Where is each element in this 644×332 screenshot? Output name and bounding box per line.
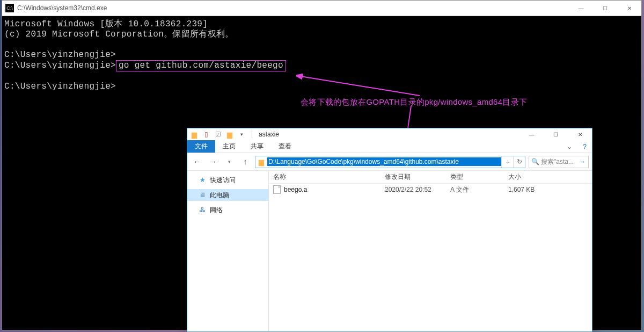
recent-dropdown[interactable]: ▾ [223,159,236,164]
ribbon-expand-icon[interactable]: ⌄ [561,140,577,153]
cmd-title: C:\Windows\system32\cmd.exe [17,4,569,12]
close-button[interactable]: ✕ [568,128,592,140]
address-dropdown-icon[interactable]: ⌄ [501,156,513,168]
file-icon [273,185,281,194]
sidebar-label: 网络 [210,206,223,215]
maximize-button[interactable]: ☐ [544,128,568,140]
minimize-button[interactable]: — [519,128,544,140]
ribbon-file-tab[interactable]: 文件 [187,140,215,153]
cmd-output-line: Microsoft Windows [版本 10.0.18362.239] [4,19,639,30]
close-button[interactable]: ✕ [617,1,641,16]
cmd-prompt: C:\Users\yinzhengjie> [4,50,639,60]
file-date: 2020/2/22 20:52 [380,186,446,193]
cmd-command-line: C:\Users\yinzhengjie>go get github.com/a… [4,60,639,71]
search-placeholder: 搜索"asta... [541,157,576,167]
cmd-icon: C:\ [5,4,14,12]
folder-icon: ▆ [225,131,235,139]
file-row[interactable]: beego.a 2020/2/22 20:52 A 文件 1,607 KB [269,184,592,196]
search-go-icon[interactable]: → [576,158,588,165]
explorer-body: ★ 快速访问 🖥 此电脑 🖧 网络 名称 修改日期 类型 大小 [187,170,592,331]
sidebar-network[interactable]: 🖧 网络 [187,204,268,216]
back-button[interactable]: ← [191,157,203,166]
file-size: 1,607 KB [504,186,558,193]
cmd-prompt: C:\Users\yinzhengjie> [4,82,639,92]
folder-icon: ▆ [255,158,267,166]
minimize-button[interactable]: — [569,1,593,16]
qat-dropdown[interactable]: ▾ [237,132,246,137]
col-date[interactable]: 修改日期 [380,172,446,182]
cmd-window-controls: — ☐ ✕ [569,1,641,16]
explorer-window: ▆ ▯ ☑ ▆ ▾ astaxie — ☐ ✕ 文件 主页 共享 查看 ⌄ ? … [187,128,592,332]
ribbon-view-tab[interactable]: 查看 [271,140,299,153]
sidebar: ★ 快速访问 🖥 此电脑 🖧 网络 [187,171,269,331]
ribbon: 文件 主页 共享 查看 ⌄ ? [187,140,592,153]
cmd-prompt: C:\Users\yinzhengjie> [4,61,116,70]
address-bar[interactable]: ▆ D:\Language\Go\GoCode\pkg\windows_amd6… [255,156,525,168]
column-headers: 名称 修改日期 类型 大小 [269,171,592,184]
star-icon: ★ [198,176,207,184]
file-name: beego.a [284,186,307,193]
nav-row: ← → ▾ ↑ ▆ D:\Language\Go\GoCode\pkg\wind… [187,153,592,170]
ribbon-share-tab[interactable]: 共享 [243,140,271,153]
search-box[interactable]: 🔍 搜索"asta... → [529,156,589,168]
maximize-button[interactable]: ☐ [593,1,617,16]
col-type[interactable]: 类型 [446,172,504,182]
explorer-title: astaxie [259,131,279,138]
forward-button[interactable]: → [207,157,219,166]
sidebar-label: 此电脑 [210,191,229,200]
cmd-titlebar[interactable]: C:\ C:\Windows\system32\cmd.exe — ☐ ✕ [2,1,641,16]
search-icon: 🔍 [529,158,541,165]
file-type: A 文件 [446,185,504,194]
qat-item[interactable]: ☑ [213,131,223,138]
highlighted-command: go get github.com/astaxie/beego [116,60,286,71]
quick-access-toolbar: ▆ ▯ ☑ ▆ ▾ [187,131,248,139]
explorer-window-controls: — ☐ ✕ [519,128,592,140]
col-size[interactable]: 大小 [504,172,558,182]
ribbon-help-icon[interactable]: ? [577,140,592,153]
up-button[interactable]: ↑ [239,157,252,166]
qat-item[interactable]: ▯ [201,131,211,138]
cmd-output-line: (c) 2019 Microsoft Corporation。保留所有权利。 [4,30,639,40]
sidebar-quick-access[interactable]: ★ 快速访问 [187,174,268,186]
file-pane[interactable]: 名称 修改日期 类型 大小 beego.a 2020/2/22 20:52 A … [269,171,592,331]
refresh-icon[interactable]: ↻ [513,156,525,168]
folder-icon: ▆ [189,131,199,139]
pc-icon: 🖥 [198,191,207,199]
address-path[interactable]: D:\Language\Go\GoCode\pkg\windows_amd64\… [267,157,501,166]
network-icon: 🖧 [198,206,207,214]
sidebar-this-pc[interactable]: 🖥 此电脑 [187,189,268,201]
sidebar-label: 快速访问 [210,176,236,185]
col-name[interactable]: 名称 [269,172,380,182]
explorer-titlebar[interactable]: ▆ ▯ ☑ ▆ ▾ astaxie — ☐ ✕ [187,128,592,140]
ribbon-home-tab[interactable]: 主页 [215,140,243,153]
separator [252,131,252,138]
annotation-text: 会将下载的包放在GOPATH目录的pkg/windows_amd64目录下 [301,97,527,107]
